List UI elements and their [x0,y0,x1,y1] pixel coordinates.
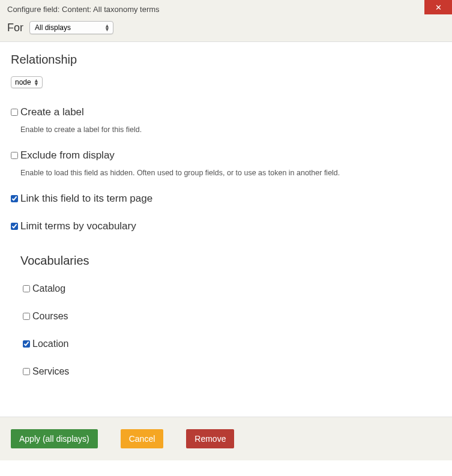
for-select[interactable]: All displays [29,21,113,34]
vocab-item-location: Location [23,339,441,349]
vocabularies-heading: Vocabularies [20,254,441,268]
exclude-display-option: Exclude from display Enable to load this… [11,149,441,177]
exclude-display-checkbox[interactable] [11,152,18,159]
create-label-option: Create a label Enable to create a label … [11,106,441,134]
limit-vocab-option: Limit terms by vocabulary [11,220,441,232]
for-select-wrap: All displays ▲▼ [29,21,113,34]
close-button[interactable]: ✕ [424,0,452,14]
vocab-checkbox-services[interactable] [23,368,30,375]
dialog-footer: Apply (all displays) Cancel Remove [0,417,452,460]
limit-vocab-text[interactable]: Limit terms by vocabulary [20,220,136,232]
link-term-checkbox[interactable] [11,195,18,202]
for-row: For All displays ▲▼ [7,21,445,34]
vocab-label[interactable]: Catalog [32,283,65,294]
vocabularies-list: Catalog Courses Location Services [23,283,441,377]
vocab-label[interactable]: Services [32,366,69,377]
relationship-select-wrap: node ▲▼ [11,76,441,88]
dialog-title: Configure field: Content: All taxonomy t… [7,5,445,14]
content-area[interactable]: Relationship node ▲▼ Create a label Enab… [0,42,452,417]
relationship-select[interactable]: node [11,76,43,88]
cancel-button[interactable]: Cancel [121,429,164,448]
dialog-header: ✕ Configure field: Content: All taxonomy… [0,0,452,42]
limit-vocab-checkbox[interactable] [11,223,18,230]
remove-button[interactable]: Remove [186,429,234,448]
close-icon: ✕ [435,3,442,12]
create-label-checkbox[interactable] [11,109,18,116]
vocabularies-section: Vocabularies Catalog Courses Location Se… [20,254,441,377]
link-term-option: Link this field to its term page [11,193,441,205]
exclude-display-help: Enable to load this field as hidden. Oft… [20,169,441,177]
vocab-label[interactable]: Courses [32,311,68,322]
vocab-checkbox-location[interactable] [23,340,30,348]
link-term-text[interactable]: Link this field to its term page [20,193,152,205]
vocab-item-catalog: Catalog [23,283,441,294]
vocab-label[interactable]: Location [32,339,69,349]
create-label-text[interactable]: Create a label [20,106,84,118]
relationship-heading: Relationship [11,53,441,67]
exclude-display-text[interactable]: Exclude from display [20,149,115,161]
vocab-checkbox-courses[interactable] [23,313,30,320]
vocab-item-courses: Courses [23,311,441,322]
vocab-checkbox-catalog[interactable] [23,285,30,292]
vocab-item-services: Services [23,366,441,377]
apply-button[interactable]: Apply (all displays) [11,429,98,448]
create-label-help: Enable to create a label for this field. [20,125,441,134]
for-label: For [7,22,23,34]
